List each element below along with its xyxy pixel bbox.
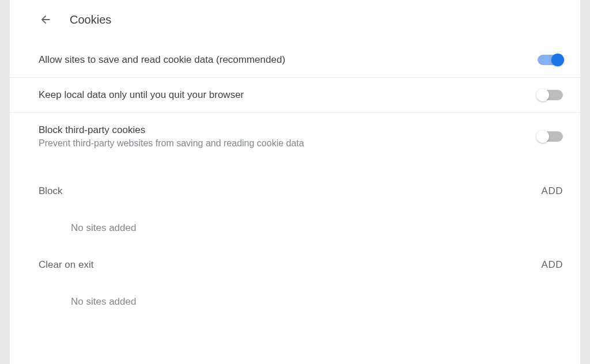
section-title: Block <box>39 185 63 197</box>
section-title: Clear on exit <box>39 259 93 271</box>
setting-block-third-party: Block third-party cookies Prevent third-… <box>10 113 580 160</box>
setting-desc: Prevent third-party websites from saving… <box>39 138 304 149</box>
page-header: Cookies <box>10 0 580 43</box>
block-empty-text: No sites added <box>10 206 580 234</box>
add-block-button[interactable]: ADD <box>542 185 563 197</box>
toggle-allow-cookies[interactable] <box>538 55 563 65</box>
setting-label: Block third-party cookies <box>39 124 304 136</box>
setting-allow-cookies: Allow sites to save and read cookie data… <box>10 43 580 78</box>
back-arrow-icon[interactable] <box>39 13 52 26</box>
section-header-clear-on-exit: Clear on exit ADD <box>10 234 580 280</box>
setting-label: Allow sites to save and read cookie data… <box>39 54 285 66</box>
clear-on-exit-empty-text: No sites added <box>10 280 580 308</box>
settings-page: Cookies Allow sites to save and read coo… <box>10 0 580 364</box>
page-title: Cookies <box>70 13 111 26</box>
setting-label: Keep local data only until you quit your… <box>39 89 244 101</box>
toggle-block-third-party[interactable] <box>538 131 563 142</box>
setting-keep-local-data: Keep local data only until you quit your… <box>10 78 580 113</box>
section-header-block: Block ADD <box>10 160 580 206</box>
toggle-keep-local-data[interactable] <box>538 90 563 100</box>
add-clear-on-exit-button[interactable]: ADD <box>542 259 563 271</box>
